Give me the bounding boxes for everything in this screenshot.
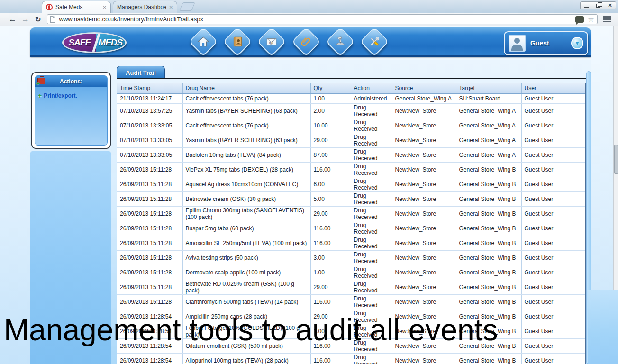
table-cell: 26/09/2013 15:11:28 bbox=[117, 236, 182, 250]
tab-managers-dashboard[interactable]: Managers Dashboard - eM ✕ bbox=[113, 1, 177, 13]
table-cell: General Store_Wing A bbox=[456, 147, 521, 162]
contacts-button[interactable] bbox=[223, 27, 252, 56]
table-cell: Drug Received bbox=[351, 250, 392, 265]
table-cell: General Store_Wing B bbox=[456, 177, 521, 191]
table-cell: Buspar 5mg tabs (60 pack) bbox=[182, 221, 310, 236]
pin-icon bbox=[334, 36, 346, 48]
tools-button[interactable] bbox=[360, 27, 389, 56]
table-cell: 26/09/2013 15:11:28 bbox=[117, 177, 182, 191]
tab-title: Safe Meds bbox=[55, 4, 100, 10]
table-cell: 116.00 bbox=[310, 353, 351, 364]
column-header: Action bbox=[351, 83, 392, 93]
app-header: SAFE MEDS @ bbox=[30, 27, 591, 57]
table-cell: Allopurinol 100mg tabs (TEVA) (28 pack) bbox=[182, 353, 310, 364]
table-cell: Drug Received bbox=[351, 265, 392, 280]
print-export-link[interactable]: + Print/export. bbox=[38, 92, 107, 100]
table-cell: Guest User bbox=[521, 93, 585, 103]
back-button[interactable]: ← bbox=[9, 15, 17, 23]
close-button[interactable]: ✕ bbox=[604, 1, 616, 9]
add-icon: + bbox=[38, 92, 42, 100]
table-cell: 21/10/2013 11:24:17 bbox=[117, 93, 182, 103]
table-cell: Drug Received bbox=[351, 147, 392, 162]
contacts-icon bbox=[231, 36, 244, 48]
table-cell: 87.00 bbox=[310, 147, 351, 162]
table-cell: General Store_Wing B bbox=[456, 294, 521, 309]
new-tab-button[interactable] bbox=[179, 2, 195, 11]
table-cell: New:New_Store bbox=[392, 294, 456, 309]
table-cell: New:New_Store bbox=[392, 353, 456, 364]
table-header-row: Time StampDrug NameQtyActionSourceTarget… bbox=[117, 83, 585, 93]
table-cell: 5.00 bbox=[310, 191, 351, 206]
table-cell: 1.00 bbox=[310, 265, 351, 280]
url-text[interactable]: www.navidemo.co.uk/Inventory/frmInvAudit… bbox=[59, 16, 576, 23]
table-row: 21/10/2013 11:24:17Cacit effervescent ta… bbox=[117, 93, 585, 103]
table-cell: New:New_Store bbox=[392, 103, 456, 118]
table-cell: 116.00 bbox=[310, 294, 351, 309]
safemeds-logo: SAFE MEDS bbox=[62, 32, 127, 53]
table-cell: Dermovate scalp applic (100 ml pack) bbox=[182, 265, 310, 280]
user-menu[interactable]: Guest ▼ bbox=[504, 31, 588, 55]
browser-menu-button[interactable] bbox=[603, 16, 611, 22]
restore-button[interactable] bbox=[592, 1, 604, 9]
restore-icon bbox=[596, 4, 600, 8]
minimize-button[interactable] bbox=[580, 1, 592, 9]
home-button[interactable] bbox=[189, 27, 218, 56]
user-dropdown-button[interactable]: ▼ bbox=[571, 37, 583, 49]
attachment-button[interactable] bbox=[291, 27, 321, 56]
table-cell: Betnovate RD 0.025% cream (GSK) (100 g p… bbox=[182, 280, 310, 294]
table-cell: 29.00 bbox=[310, 206, 351, 221]
table-cell: Cacit effervescent tabs (76 pack) bbox=[182, 93, 310, 103]
table-cell: New:New_Store bbox=[392, 177, 456, 191]
table-cell: Guest User bbox=[521, 191, 585, 206]
tab-audit-trail[interactable]: Audit Trail bbox=[117, 66, 165, 79]
table-cell: 26/09/2013 15:11:28 bbox=[117, 265, 182, 280]
browser-toolbar: ← → ↻ www.navidemo.co.uk/Inventory/frmIn… bbox=[0, 13, 618, 26]
bookmark-star-icon[interactable]: ☆ bbox=[588, 15, 594, 24]
table-cell: Yasmin tabs (BAYER SCHERING) (63 pack) bbox=[182, 133, 310, 147]
table-cell: 6.00 bbox=[310, 177, 351, 191]
table-cell: General Store_Wing B bbox=[456, 280, 521, 294]
actions-panel-title: Actions: bbox=[35, 78, 107, 85]
table-cell: General Store_Wing B bbox=[456, 221, 521, 236]
table-cell: 26/09/2013 11:28:54 bbox=[117, 353, 182, 364]
table-row: 07/10/2013 13:33:05Cacit effervescent ta… bbox=[117, 118, 585, 133]
table-row: 07/10/2013 13:33:05Baclofen 10mg tabs (T… bbox=[117, 147, 585, 162]
feedback-bubble-icon[interactable] bbox=[575, 16, 584, 23]
tab-close-icon[interactable]: ✕ bbox=[169, 5, 173, 10]
table-cell: Drug Received bbox=[351, 191, 392, 206]
table-cell: New:New_Store bbox=[392, 280, 456, 294]
table-cell: 3.00 bbox=[310, 250, 351, 265]
table-cell: 26/09/2013 15:11:28 bbox=[117, 221, 182, 236]
table-cell: SU:Stuart Board bbox=[456, 93, 521, 103]
table-cell: Guest User bbox=[521, 309, 585, 324]
table-row: 26/09/2013 15:11:28ViePax XL 75mg tabs (… bbox=[117, 162, 585, 177]
table-cell: Guest User bbox=[521, 236, 585, 250]
actions-panel-header: Actions: bbox=[35, 76, 107, 87]
table-cell: Drug Received bbox=[351, 133, 392, 147]
window-controls: ✕ bbox=[581, 1, 616, 9]
forward-button[interactable]: → bbox=[21, 15, 29, 23]
column-header: Source bbox=[392, 83, 456, 93]
table-cell: Drug Received bbox=[351, 103, 392, 118]
attachment-icon bbox=[300, 36, 312, 48]
table-cell: General Store_Wing A bbox=[456, 133, 521, 147]
logo-text-meds: MEDS bbox=[98, 37, 122, 48]
table-cell: Administered bbox=[351, 93, 392, 103]
table-cell: Guest User bbox=[521, 250, 585, 265]
table-cell: Guest User bbox=[521, 280, 585, 294]
tab-close-icon[interactable]: ✕ bbox=[103, 5, 107, 10]
audit-trail-tab-label: Audit Trail bbox=[126, 69, 156, 76]
address-bar[interactable]: www.navidemo.co.uk/Inventory/frmInvAudit… bbox=[47, 14, 598, 24]
tools-icon bbox=[368, 36, 381, 48]
actions-panel: Actions: + Print/export. bbox=[31, 72, 111, 149]
table-row: 26/09/2013 15:11:28Amoxicillin SF 250mg/… bbox=[117, 236, 585, 250]
table-cell: Drug Received bbox=[351, 294, 392, 309]
pin-button[interactable] bbox=[326, 27, 355, 56]
table-cell: Drug Received bbox=[351, 162, 392, 177]
tab-safe-meds[interactable]: Safe Meds ✕ bbox=[42, 1, 111, 13]
scrollbar-thumb[interactable] bbox=[614, 145, 618, 174]
table-cell: Guest User bbox=[521, 118, 585, 133]
table-cell: General Store_Wing A bbox=[392, 93, 456, 103]
refresh-button[interactable]: ↻ bbox=[35, 16, 41, 23]
email-button[interactable]: @ bbox=[257, 27, 286, 56]
